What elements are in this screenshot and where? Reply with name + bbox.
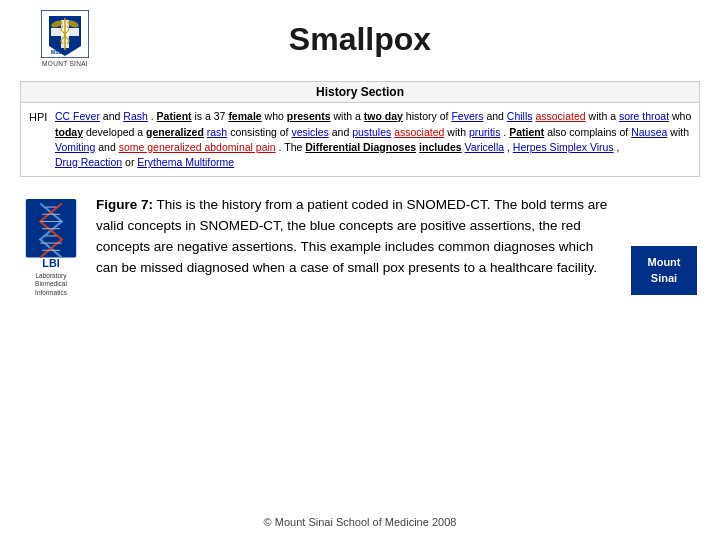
with-a-1: with a: [333, 110, 363, 122]
mount-sinai-logo: Mount Sinai: [628, 246, 700, 297]
varicella: Varicella: [465, 141, 505, 153]
fevers: Fevers: [451, 110, 483, 122]
rash-2: rash: [207, 126, 227, 138]
figure-section-wrapper: LBI LaboratoryBiomedicalInformatics Figu…: [0, 185, 720, 304]
and-2: and: [486, 110, 506, 122]
figure-section: LBI LaboratoryBiomedicalInformatics Figu…: [0, 185, 720, 304]
newline-1: ,: [617, 141, 620, 153]
sore-throat: sore throat: [619, 110, 669, 122]
mount-sinai-box: Mount Sinai: [631, 246, 697, 295]
consisting-of: consisting of: [230, 126, 291, 138]
or-1: or: [125, 156, 137, 168]
two-day: two day: [364, 110, 403, 122]
and-1: and: [103, 110, 123, 122]
developed-a: developed a: [86, 126, 146, 138]
page-title: Smallpox: [20, 21, 700, 58]
history-section-box: History Section HPI CC Fever and Rash . …: [20, 81, 700, 177]
hpi-text: CC Fever and Rash . Patient is a 37 fema…: [55, 109, 695, 170]
female: female: [228, 110, 261, 122]
nausea: Nausea: [631, 126, 667, 138]
rash: Rash: [123, 110, 148, 122]
associated-1: associated: [535, 110, 585, 122]
mount-sinai-line1: Mount: [648, 256, 681, 268]
history-section-header: History Section: [21, 82, 699, 103]
figure-text: Figure 7: This is the history from a pat…: [96, 195, 614, 279]
herpes-simplex: Herpes Simplex Virus: [513, 141, 614, 153]
today: today: [55, 126, 83, 138]
svg-text:LBI: LBI: [42, 258, 59, 270]
differential-diagnoses: Differential Diagnoses: [305, 141, 416, 153]
presents: presents: [287, 110, 331, 122]
patient-2: Patient: [509, 126, 544, 138]
also-complains: also complains of: [547, 126, 631, 138]
and-3: and: [332, 126, 352, 138]
is-a-37: is a 37: [195, 110, 229, 122]
patient-1: Patient: [157, 110, 192, 122]
and-4: and: [98, 141, 118, 153]
includes: includes: [419, 141, 462, 153]
who-1: who: [265, 110, 287, 122]
associated-2: associated: [394, 126, 444, 138]
lbi-subtitle: LaboratoryBiomedicalInformatics: [35, 272, 67, 296]
with-2: with: [447, 126, 469, 138]
vomiting: Vomiting: [55, 141, 95, 153]
some-generalized: some generalized abdominal pain: [119, 141, 276, 153]
drug-reaction: Drug Reaction: [55, 156, 122, 168]
vesicles: vesicles: [291, 126, 328, 138]
dna-icon: LBI: [23, 199, 79, 271]
header: MSSM MOUNT SINAI Smallpox: [0, 0, 720, 73]
erythema-multiforme: Erythema Multiforme: [137, 156, 234, 168]
pustules: pustules: [352, 126, 391, 138]
cc-fever: CC Fever: [55, 110, 100, 122]
figure-label: Figure 7:: [96, 197, 153, 212]
generalized-1: generalized: [146, 126, 204, 138]
the: The: [284, 141, 305, 153]
mount-sinai-line2: Sinai: [651, 272, 677, 284]
chills: Chills: [507, 110, 533, 122]
with-3: with: [670, 126, 689, 138]
who-2: who: [672, 110, 691, 122]
hpi-label: HPI: [25, 109, 55, 170]
history-content: HPI CC Fever and Rash . Patient is a 37 …: [21, 103, 699, 176]
pruritis: pruritis: [469, 126, 501, 138]
with-a-2: with a: [589, 110, 619, 122]
lbi-logo: LBI LaboratoryBiomedicalInformatics: [20, 195, 82, 296]
mssm-logo-text: MOUNT SINAI: [42, 60, 88, 68]
footer: © Mount Sinai School of Medicine 2008: [0, 510, 720, 534]
figure-body: This is the history from a patient coded…: [96, 197, 607, 275]
footer-text: © Mount Sinai School of Medicine 2008: [264, 516, 457, 528]
history-of: history of: [406, 110, 452, 122]
